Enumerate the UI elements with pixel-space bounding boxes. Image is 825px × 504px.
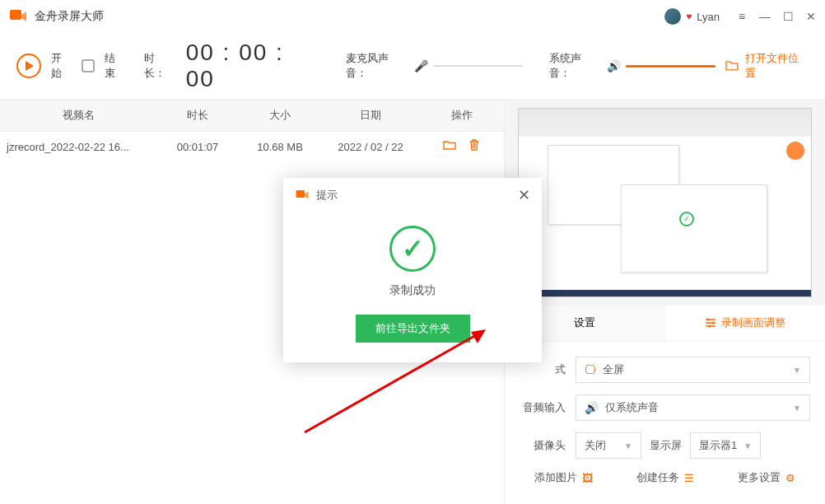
stop-button[interactable] (82, 59, 95, 72)
right-panel: ✓ 设置 录制画面调整 式 🖵 全屏 ▼ 音频输入 � (504, 100, 825, 504)
row-camera: 摄像头 关闭 ▼ 显示屏 显示器1 ▼ (520, 432, 810, 459)
create-task-button[interactable]: 创建任务 ☰ (636, 470, 694, 485)
delete-icon[interactable] (468, 138, 481, 155)
audio-select[interactable]: 🔊 仅系统声音 ▼ (576, 394, 810, 421)
system-audio-control: 系统声音： 🔊 (549, 51, 715, 81)
display-value: 显示器1 (699, 438, 737, 453)
speaker-icon[interactable]: 🔊 (607, 59, 621, 72)
more-settings-button[interactable]: 更多设置 ⚙ (738, 470, 795, 485)
stop-label: 结束 (105, 51, 126, 81)
tabs: 设置 录制画面调整 (505, 306, 825, 342)
window-controls: ≡ — ☐ ✕ (736, 11, 817, 22)
task-icon: ☰ (684, 472, 694, 484)
folder-icon (725, 59, 739, 72)
cell-duration: 00:01:07 (156, 141, 239, 153)
system-audio-label: 系统声音： (549, 51, 602, 81)
svg-point-3 (708, 325, 711, 328)
mic-volume-slider[interactable] (433, 65, 523, 67)
modal-logo-icon (295, 188, 310, 203)
maximize-icon[interactable]: ☐ (782, 11, 794, 22)
preview-thumbnail: ✓ (518, 108, 813, 297)
audio-label: 音频输入 (520, 400, 566, 415)
app-logo-icon (8, 7, 28, 26)
chevron-down-icon: ▼ (743, 441, 752, 450)
gear-icon: ⚙ (785, 472, 795, 484)
image-icon: 🖼 (582, 472, 593, 484)
settings-form: 式 🖵 全屏 ▼ 音频输入 🔊 仅系统声音 ▼ 摄像头 (505, 342, 825, 459)
display-select[interactable]: 显示器1 ▼ (690, 432, 761, 459)
chevron-down-icon: ▼ (624, 441, 632, 450)
svg-rect-4 (296, 190, 305, 198)
camera-value: 关闭 (585, 438, 606, 453)
table-row[interactable]: jzrecord_2022-02-22 16... 00:01:07 10.68… (0, 132, 504, 161)
tab-screen-adjust[interactable]: 录制画面调整 (665, 306, 826, 341)
open-in-folder-icon[interactable] (443, 138, 456, 155)
success-icon: ✓ (389, 226, 436, 272)
th-date: 日期 (321, 100, 420, 131)
mic-control: 麦克风声音： 🎤 (346, 51, 523, 81)
th-name: 视频名 (0, 100, 156, 131)
open-folder-button[interactable]: 打开文件位置 (725, 51, 809, 81)
modal-header: 提示 ✕ (283, 178, 542, 212)
modal-close-button[interactable]: ✕ (518, 186, 530, 204)
bottom-actions: 添加图片 🖼 创建任务 ☰ 更多设置 ⚙ (505, 459, 825, 497)
duration-label: 时长： (144, 51, 176, 81)
speaker-icon: 🔊 (585, 401, 599, 414)
titlebar: 金舟录屏大师 ♥ Lyan ≡ — ☐ ✕ (0, 0, 825, 33)
cell-ops (420, 138, 504, 155)
modal-title: 提示 (316, 188, 518, 203)
play-icon (26, 61, 34, 71)
svg-rect-0 (10, 10, 21, 20)
toolbar: 开始 结束 时长： 00 : 00 : 00 麦克风声音： 🎤 系统声音： 🔊 … (0, 33, 825, 100)
display-label: 显示屏 (650, 438, 682, 453)
svg-point-1 (706, 319, 709, 321)
username: Lyan (697, 11, 720, 23)
close-icon[interactable]: ✕ (805, 11, 817, 22)
add-image-label: 添加图片 (534, 470, 577, 485)
menu-icon[interactable]: ≡ (736, 11, 748, 22)
success-modal: 提示 ✕ ✓ 录制成功 前往导出文件夹 (283, 178, 542, 362)
avatar (664, 8, 681, 25)
row-mode: 式 🖵 全屏 ▼ (520, 357, 810, 383)
mode-select[interactable]: 🖵 全屏 ▼ (576, 357, 810, 383)
mode-value: 全屏 (603, 362, 624, 377)
user-area[interactable]: ♥ Lyan (664, 8, 720, 25)
mode-label: 式 (520, 362, 566, 377)
go-to-export-folder-button[interactable]: 前往导出文件夹 (356, 315, 470, 343)
th-size: 大小 (239, 100, 321, 131)
svg-point-2 (711, 322, 714, 324)
modal-message: 录制成功 (389, 283, 436, 298)
heart-icon: ♥ (686, 11, 692, 22)
cell-size: 10.68 MB (239, 141, 321, 153)
mic-label: 麦克风声音： (346, 51, 409, 81)
camera-select[interactable]: 关闭 ▼ (576, 432, 641, 459)
add-image-button[interactable]: 添加图片 🖼 (534, 470, 593, 485)
start-button[interactable] (16, 54, 41, 78)
app-title: 金舟录屏大师 (35, 9, 664, 24)
more-settings-label: 更多设置 (738, 470, 781, 485)
chevron-down-icon: ▼ (793, 366, 801, 375)
preview-area[interactable]: ✓ (505, 100, 825, 306)
table-header: 视频名 时长 大小 日期 操作 (0, 100, 504, 132)
sliders-icon (705, 317, 716, 329)
system-volume-slider[interactable] (626, 65, 715, 68)
camera-label: 摄像头 (520, 438, 566, 453)
create-task-label: 创建任务 (636, 470, 679, 485)
monitor-icon: 🖵 (585, 363, 596, 376)
cell-date: 2022 / 02 / 22 (321, 141, 420, 153)
modal-body: ✓ 录制成功 前往导出文件夹 (283, 212, 542, 362)
chevron-down-icon: ▼ (793, 404, 801, 413)
audio-value: 仅系统声音 (605, 400, 659, 415)
row-audio: 音频输入 🔊 仅系统声音 ▼ (520, 394, 810, 421)
cell-name: jzrecord_2022-02-22 16... (0, 141, 156, 153)
minimize-icon[interactable]: — (759, 11, 771, 22)
open-folder-label: 打开文件位置 (745, 51, 809, 81)
th-ops: 操作 (420, 100, 504, 131)
start-label: 开始 (51, 51, 72, 81)
th-duration: 时长 (156, 100, 239, 131)
timer-display: 00 : 00 : 00 (186, 40, 319, 92)
mic-icon[interactable]: 🎤 (414, 59, 428, 72)
